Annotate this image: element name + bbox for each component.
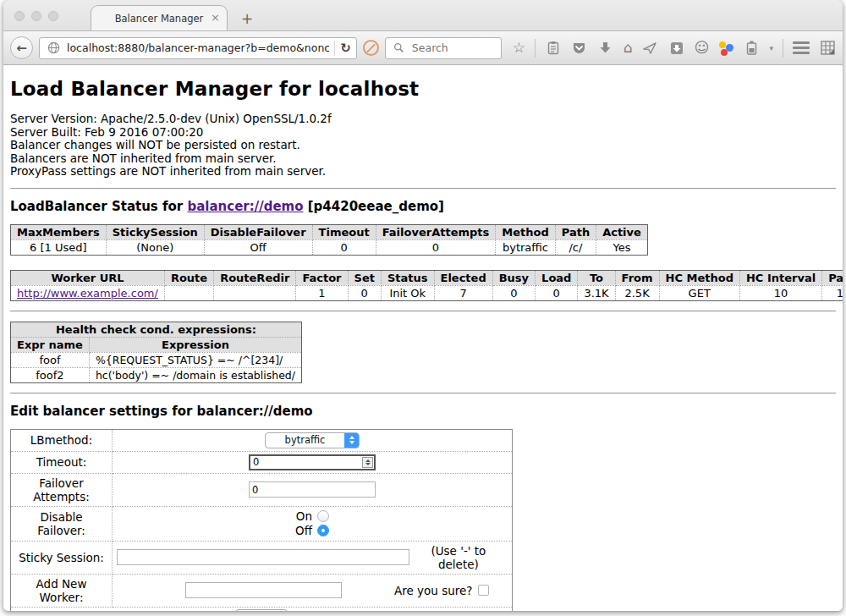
persist-note-line: Balancer changes will NOT be persisted o… — [10, 139, 836, 152]
form-row-timeout: Timeout: — [11, 451, 513, 473]
worker-url-link[interactable]: http://www.example.com/ — [17, 287, 158, 300]
column-header: Status — [381, 270, 434, 285]
globe-icon — [45, 40, 62, 57]
reload-icon[interactable]: ↻ — [340, 41, 351, 56]
expression-cell: hc('body') =~ /domain is established/ — [89, 367, 301, 382]
send-plane-icon[interactable] — [642, 40, 659, 57]
cell: 10 — [739, 285, 821, 300]
status-heading-prefix: LoadBalancer Status for — [10, 199, 187, 214]
are-you-sure-checkbox[interactable] — [478, 585, 489, 596]
cell: 6 [1 Used] — [11, 239, 107, 255]
table-header-row: Expr name Expression — [11, 337, 302, 352]
url-bar[interactable]: ↻ — [39, 37, 357, 59]
page-content: Load Balancer Manager for localhost Serv… — [3, 65, 843, 611]
tab-balancer-manager[interactable]: Balancer Manager × — [91, 5, 228, 30]
cell: (None) — [106, 239, 204, 255]
column-header: Load — [536, 270, 578, 285]
cell: 7 — [434, 285, 492, 300]
zoom-window-button[interactable] — [48, 11, 58, 21]
cell — [214, 285, 296, 300]
close-window-button[interactable] — [14, 11, 25, 21]
cell: GET — [659, 285, 739, 300]
search-icon — [391, 40, 408, 57]
server-built-line: Server Built: Feb 9 2016 07:00:20 — [10, 126, 836, 140]
minimize-window-button[interactable] — [31, 11, 41, 21]
proxypass-note-line: ProxyPass settings are NOT inherited fro… — [10, 165, 836, 179]
menu-hamburger-icon[interactable] — [793, 41, 810, 54]
status-heading-suffix: [p4420eeae_demo] — [304, 199, 444, 214]
lbmethod-selected-value: bytraffic — [266, 434, 344, 446]
form-row-sticky-session: Sticky Session: (Use '-' to delete) — [11, 541, 513, 574]
worker-url-cell: http://www.example.com/ — [11, 285, 165, 300]
new-tab-button[interactable]: + — [241, 10, 253, 27]
column-header: Active — [596, 224, 648, 239]
cell: /c/ — [555, 239, 596, 255]
sticky-session-input[interactable] — [117, 549, 409, 565]
failover-attempts-label: Failover Attempts: — [11, 473, 113, 506]
cell: 1 (0) — [822, 285, 843, 300]
clipboard-icon[interactable] — [545, 40, 562, 57]
toolbar-icons: ☆ ⌂ ☺ ▾ — [513, 39, 836, 58]
column-header: Path — [555, 224, 596, 239]
tab-close-icon[interactable]: × — [211, 12, 220, 23]
column-header: Expression — [89, 337, 301, 352]
disable-failover-on-radio[interactable] — [317, 510, 329, 522]
balancer-demo-link[interactable]: balancer://demo — [187, 199, 303, 214]
cell: 0 — [536, 285, 578, 300]
submit-button[interactable]: Submit — [235, 609, 288, 611]
expr-name-cell: foof — [11, 352, 90, 367]
back-button[interactable]: ← — [10, 36, 33, 59]
add-worker-label: Add New Worker: — [11, 574, 113, 607]
worker-status-table: Worker URL Route RouteRedir Factor Set S… — [10, 270, 843, 301]
failover-attempts-input[interactable] — [249, 481, 376, 498]
cell: Yes — [596, 239, 648, 255]
bookmark-star-icon[interactable]: ☆ — [513, 41, 525, 55]
column-header: Worker URL — [11, 270, 165, 285]
server-info: Server Version: Apache/2.5.0-dev (Unix) … — [10, 113, 836, 179]
search-bar[interactable] — [385, 37, 502, 59]
table-header-row: MaxMembers StickySession DisableFailover… — [11, 224, 648, 239]
toolbar-separator-2 — [783, 39, 783, 58]
edit-balancer-heading: Edit balancer settings for balancer://de… — [10, 404, 836, 419]
search-input[interactable] — [412, 41, 496, 54]
select-stepper-icon — [344, 433, 359, 448]
column-header: Busy — [492, 270, 535, 285]
battery-extension-icon[interactable] — [743, 40, 760, 57]
are-you-sure-label: Are you sure? — [394, 584, 473, 597]
column-header: Passes — [822, 270, 843, 285]
column-header: Set — [348, 270, 381, 285]
timeout-input[interactable] — [249, 454, 376, 470]
home-icon[interactable]: ⌂ — [624, 41, 633, 55]
radio-on-label: On — [296, 509, 312, 523]
cell: 2.5K — [615, 285, 659, 300]
cell — [164, 285, 213, 300]
column-header: HC Method — [659, 270, 739, 285]
adblock-icon[interactable] — [363, 40, 379, 56]
sticky-session-hint: (Use '-' to delete) — [409, 544, 508, 571]
multi-account-dots-icon[interactable] — [718, 41, 733, 56]
expression-cell: %{REQUEST_STATUS} =~ /^[234]/ — [89, 352, 301, 367]
download-icon[interactable] — [597, 40, 614, 57]
save-to-device-icon[interactable] — [668, 40, 685, 57]
balancer-status-table: MaxMembers StickySession DisableFailover… — [10, 224, 648, 256]
section-divider-1 — [10, 188, 836, 190]
screenshot-grid-icon[interactable] — [819, 40, 836, 57]
disable-failover-off-radio[interactable] — [317, 525, 329, 536]
urlbar-separator — [334, 41, 335, 56]
cell: Off — [204, 239, 312, 255]
column-header: MaxMembers — [11, 224, 107, 239]
form-row-add-worker: Add New Worker: Are you sure? — [11, 574, 513, 607]
radio-off-label: Off — [295, 524, 312, 537]
pocket-icon[interactable] — [571, 40, 588, 57]
table-row: 6 [1 Used] (None) Off 0 0 bytraffic /c/ … — [11, 239, 648, 255]
lbmethod-select[interactable]: bytraffic — [265, 432, 360, 448]
back-arrow-icon: ← — [16, 41, 27, 56]
chat-smiley-icon[interactable]: ☺ — [695, 41, 710, 55]
url-input[interactable] — [67, 41, 329, 54]
overflow-caret-icon[interactable]: ▾ — [769, 44, 773, 52]
worker-row: http://www.example.com/ 1 0 Init Ok 7 0 … — [11, 285, 843, 300]
table-header-row: Worker URL Route RouteRedir Factor Set S… — [11, 270, 843, 285]
add-worker-input[interactable] — [185, 582, 342, 598]
form-row-lbmethod: LBmethod: bytraffic — [11, 429, 513, 451]
number-spinner-icon[interactable] — [362, 457, 373, 468]
